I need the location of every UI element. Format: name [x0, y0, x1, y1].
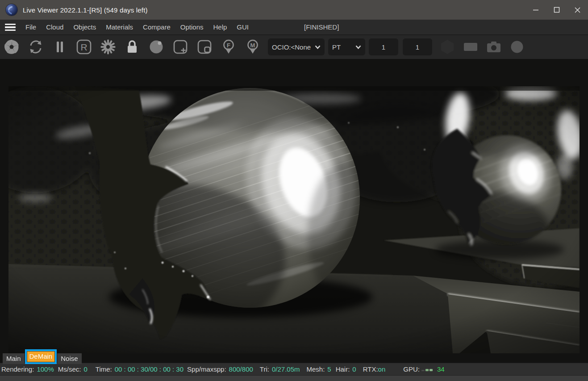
gear-icon [100, 38, 117, 55]
status-spp: Spp/maxspp: 800/800 [187, 365, 253, 373]
menu-materials[interactable]: Materials [101, 20, 138, 35]
camera-snapshot-button[interactable] [484, 37, 504, 57]
pick-region-icon [196, 38, 213, 55]
title-bar: Live Viewer 2022.1.1-[R5] (549 days left… [0, 0, 588, 20]
focus-picker-button[interactable]: F [219, 37, 238, 57]
lock-icon [124, 38, 141, 55]
menu-gui[interactable]: GUI [232, 20, 254, 35]
status-triangles: Tri: 0/27.05m [260, 365, 300, 373]
sync-refresh-button[interactable] [26, 37, 46, 57]
menu-cloud[interactable]: Cloud [41, 20, 68, 35]
render-viewport: Main DeMain Noise [0, 59, 588, 363]
svg-text:M: M [250, 42, 255, 49]
menu-options[interactable]: Options [175, 20, 209, 35]
cinema4d-logo-icon [6, 4, 17, 16]
material-picker-button[interactable]: M [243, 37, 263, 57]
status-mesh: Mesh: 5 [306, 365, 331, 373]
tab-noise[interactable]: Noise [57, 353, 81, 364]
pause-icon [51, 38, 68, 55]
chevron-down-icon [315, 45, 321, 49]
material-ball-icon [148, 38, 165, 55]
maximize-icon [554, 7, 560, 13]
status-rtx: RTX: on [363, 365, 386, 373]
hexagon-icon [439, 39, 455, 55]
material-ball-button[interactable] [146, 37, 166, 57]
lock-button[interactable] [122, 37, 142, 57]
window-title: Live Viewer 2022.1.1-[R5] (549 days left… [23, 6, 148, 14]
status-rendering: Rendering: 100% [1, 365, 54, 373]
status-msec: Ms/sec: 0 [58, 365, 88, 373]
render-finished-status: [FINISHED] [304, 20, 339, 35]
svg-text:F: F [227, 42, 230, 49]
minimize-icon [533, 7, 539, 13]
kernel-dropdown[interactable]: PT [328, 38, 365, 55]
status-bar: Rendering: 100% Ms/sec: 0 Time: 00 : 00 … [0, 363, 588, 375]
pick-render-region-button[interactable] [195, 37, 214, 57]
hamburger-menu-icon[interactable] [5, 24, 16, 31]
toolbar: R [0, 35, 588, 59]
ocio-dropdown[interactable]: OCIO:<None ( [268, 38, 325, 55]
gpu-usage-meter-icon [421, 366, 433, 373]
tab-main[interactable]: Main [3, 353, 25, 364]
mesh-export-button[interactable] [438, 37, 457, 57]
status-time: Time: 00 : 00 : 30/00 : 00 : 30 [96, 365, 183, 373]
tab-demain[interactable]: DeMain [25, 349, 57, 364]
menu-help[interactable]: Help [209, 20, 232, 35]
aov-button[interactable] [461, 37, 480, 57]
octane-logo-button[interactable] [2, 37, 21, 57]
minimize-button[interactable] [525, 0, 546, 20]
add-render-region-button[interactable] [171, 37, 190, 57]
camera-icon [486, 39, 502, 55]
rectangle-icon [463, 39, 479, 55]
circle-icon [509, 39, 525, 55]
render-ball-button[interactable] [507, 37, 527, 57]
octane-logo-icon [3, 38, 20, 55]
kernel-dropdown-value: PT [332, 43, 341, 51]
maximize-button[interactable] [546, 0, 567, 20]
svg-text:R: R [80, 42, 87, 52]
restart-render-icon: R [75, 38, 92, 55]
menu-file[interactable]: File [21, 20, 41, 35]
render-image[interactable] [8, 86, 580, 353]
rendered-scene [8, 86, 580, 353]
menu-compare[interactable]: Compare [138, 20, 175, 35]
live-viewer-window: Live Viewer 2022.1.1-[R5] (549 days left… [0, 0, 588, 381]
toolbar-number-field-1[interactable]: 1 [369, 38, 398, 55]
pause-render-button[interactable] [50, 37, 70, 57]
settings-button[interactable] [98, 37, 118, 57]
menu-bar: File Cloud Objects Materials Compare Opt… [0, 20, 588, 35]
material-picker-icon: M [244, 38, 261, 55]
focus-picker-icon: F [220, 38, 237, 55]
status-hair: Hair: 0 [336, 365, 356, 373]
chevron-down-icon [355, 45, 361, 49]
toolbar-number-field-2[interactable]: 1 [403, 38, 432, 55]
window-controls [525, 0, 588, 20]
add-region-icon [172, 38, 189, 55]
refresh-icon [27, 38, 44, 55]
window-bottom-strip [0, 375, 588, 381]
restart-render-button[interactable]: R [74, 37, 94, 57]
status-gpu: GPU: 34 [403, 365, 444, 373]
render-pass-tabs: Main DeMain Noise [3, 349, 82, 364]
ocio-dropdown-value: OCIO:<None ( [272, 43, 312, 51]
close-icon [574, 7, 581, 13]
close-button[interactable] [567, 0, 588, 20]
menu-objects[interactable]: Objects [68, 20, 101, 35]
